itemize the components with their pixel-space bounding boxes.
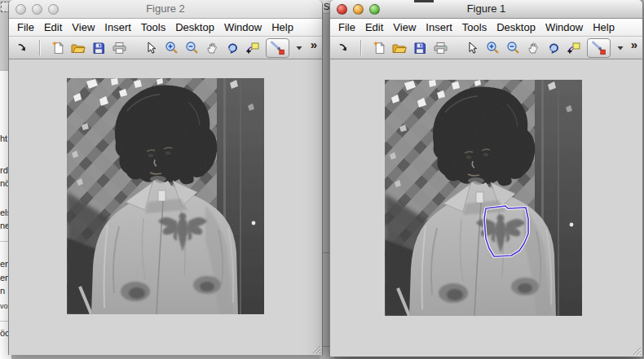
menu-edit[interactable]: Edit	[365, 21, 383, 33]
pointer-tool-icon[interactable]	[465, 41, 479, 55]
figure2-menubar: File Edit View Insert Tools Desktop Wind…	[9, 19, 322, 37]
background-window-edge	[414, 0, 434, 2]
toolbar-overflow-button[interactable]: »	[311, 41, 316, 55]
dock-figure-arrow-icon[interactable]	[15, 41, 29, 55]
zoom-out-icon[interactable]	[184, 41, 199, 55]
figure1-image[interactable]	[385, 80, 582, 316]
menu-file[interactable]: File	[338, 21, 355, 33]
menu-desktop[interactable]: Desktop	[175, 21, 214, 33]
menu-tools[interactable]: Tools	[462, 21, 487, 33]
figure2-image[interactable]	[67, 78, 264, 314]
toolbar-separator	[39, 40, 41, 55]
menu-insert[interactable]: Insert	[426, 21, 452, 33]
zoom-in-icon[interactable]	[164, 41, 179, 55]
figure2-titlebar[interactable]: Figure 2	[9, 0, 322, 19]
new-figure-icon[interactable]	[51, 41, 65, 55]
print-figure-icon[interactable]	[433, 41, 448, 55]
data-cursor-icon[interactable]	[567, 41, 581, 55]
bg-text-fragment: n	[0, 286, 5, 296]
window-title: Figure 1	[330, 0, 642, 17]
pan-hand-icon[interactable]	[205, 41, 219, 55]
figure1-menubar: File Edit View Insert Tools Desktop Wind…	[330, 19, 642, 37]
open-file-icon[interactable]	[392, 41, 407, 55]
menu-help[interactable]: Help	[271, 21, 293, 33]
brush-dropdown-icon[interactable]	[616, 46, 624, 50]
figure1-titlebar[interactable]: Figure 1	[330, 0, 642, 19]
pointer-tool-icon[interactable]	[143, 41, 158, 55]
figure2-window: Figure 2 File Edit View Insert Tools Des…	[8, 0, 323, 355]
brush-data-button[interactable]	[587, 38, 611, 58]
pan-hand-icon[interactable]	[526, 41, 540, 55]
figure1-canvas[interactable]	[330, 59, 642, 357]
menu-file[interactable]: File	[17, 21, 34, 33]
menu-insert[interactable]: Insert	[104, 21, 131, 33]
menu-view[interactable]: View	[72, 21, 95, 33]
rotate-3d-icon[interactable]	[225, 41, 240, 55]
bg-text-fragment: ht	[0, 134, 7, 143]
resize-grip[interactable]	[631, 345, 642, 356]
save-figure-icon[interactable]	[412, 41, 427, 55]
brush-dropdown-icon[interactable]	[295, 46, 302, 50]
zoom-in-icon[interactable]	[485, 41, 500, 55]
window-title: Figure 2	[9, 0, 322, 17]
figure2-canvas[interactable]	[9, 59, 322, 355]
menu-view[interactable]: View	[393, 21, 416, 33]
dock-figure-arrow-icon[interactable]	[336, 41, 351, 55]
figure2-toolbar: »	[9, 37, 322, 59]
menu-window[interactable]: Window	[545, 21, 583, 33]
menu-help[interactable]: Help	[593, 21, 615, 33]
brush-data-button[interactable]	[266, 38, 289, 58]
desktop: { "menubar": { "items": ["File", "Edit",…	[0, 0, 644, 359]
menu-desktop[interactable]: Desktop	[496, 21, 536, 33]
print-figure-icon[interactable]	[112, 41, 126, 55]
rotate-3d-icon[interactable]	[546, 41, 561, 55]
menu-tools[interactable]: Tools	[141, 21, 165, 33]
resize-grip[interactable]	[311, 344, 321, 354]
data-cursor-icon[interactable]	[245, 41, 260, 55]
new-figure-icon[interactable]	[372, 41, 386, 55]
zoom-out-icon[interactable]	[505, 41, 520, 55]
open-file-icon[interactable]	[71, 41, 86, 55]
toolbar-separator	[360, 40, 362, 55]
menu-window[interactable]: Window	[224, 21, 262, 33]
menu-edit[interactable]: Edit	[44, 21, 62, 33]
figure1-window: Figure 1 File Edit View Insert Tools Des…	[329, 0, 643, 357]
toolbar-overflow-button[interactable]: »	[631, 41, 637, 55]
save-figure-icon[interactable]	[91, 41, 106, 55]
figure1-toolbar: »	[330, 37, 642, 59]
